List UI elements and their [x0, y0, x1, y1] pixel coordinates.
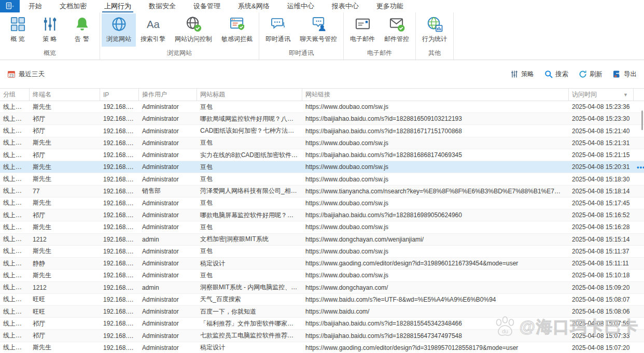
cell-ip: 192.168.2.35 — [100, 188, 139, 195]
ribbon-item[interactable]: 邮件管控 — [380, 13, 414, 47]
cell-group: 线上演示 — [0, 199, 30, 207]
column-header[interactable]: 网站链接 — [302, 89, 569, 101]
cell-site-url: https://baijiahao.baidu.com/s?id=1828816… — [302, 151, 569, 159]
cell-site-url: https://www.dongchayan.com/ — [302, 284, 569, 291]
cell-actions: ••• — [634, 164, 644, 171]
table-row[interactable]: 线上演示1212192.168.2.26admin文档加密|洞察眼MIT系统ht… — [0, 234, 644, 246]
cell-terminal-name: 1212 — [30, 284, 100, 291]
cell-group: 线上演示 — [0, 247, 30, 256]
ribbon-item[interactable]: 电子邮件 — [345, 13, 380, 47]
column-header-actions — [634, 89, 644, 101]
tab-4[interactable]: 数据安全 — [140, 0, 185, 12]
app-menu-button[interactable] — [0, 0, 20, 12]
cell-terminal-name: 旺旺 — [30, 295, 100, 304]
ribbon-item[interactable]: 网站访问控制 — [170, 13, 217, 47]
table-row[interactable]: 线上演示祁厅192.168.2.11Administrator七款监控员工电脑监… — [0, 330, 644, 342]
cell-user: Administrator — [139, 211, 197, 219]
vertical-scrollbar-thumb[interactable] — [641, 110, 643, 130]
ribbon-item[interactable]: 聊天账号管控 — [295, 13, 342, 47]
search-button[interactable]: 搜索 — [544, 70, 568, 79]
tab-3[interactable]: 上网行为 — [95, 0, 140, 12]
toolbar: 23 最近三天 策略 搜索 刷新 导出 — [0, 60, 644, 88]
column-header-label: 操作用户 — [142, 90, 167, 99]
table-row[interactable]: 线上演示静静192.168.2.15Administrator稿定设计https… — [0, 258, 644, 270]
calendar-icon: 23 — [7, 70, 16, 78]
table-row[interactable]: 线上演示77192.168.2.35销售部菏泽爱网人网络科技有限公司_相关搜索结… — [0, 186, 644, 197]
tab-7[interactable]: 运维中心 — [278, 0, 323, 12]
cell-terminal-name: 斯先生 — [30, 271, 100, 280]
column-header[interactable]: 网站标题 — [197, 89, 302, 101]
cell-user: Administrator — [139, 139, 197, 147]
cell-site-title: 豆包 — [197, 175, 302, 183]
table-row[interactable]: 线上演示斯先生192.168.2.19Administrator豆包https:… — [0, 197, 644, 209]
column-header[interactable]: 访问时间▼ — [569, 89, 634, 101]
table-row[interactable]: 线上演示斯先生192.168.2.19Administrator豆包https:… — [0, 137, 644, 149]
table-row[interactable]: 线上演示斯先生192.168.2.19Administrator豆包https:… — [0, 173, 644, 185]
globe-check-icon — [186, 16, 202, 32]
tab-1[interactable]: 开始 — [20, 0, 51, 12]
date-filter-button[interactable]: 23 最近三天 — [7, 70, 45, 79]
table-row[interactable]: 线上演示1212192.168.2.26admin洞察眼MIT系统 - 内网电脑… — [0, 282, 644, 294]
ribbon-group: 行为统计其他 — [416, 12, 454, 60]
cell-user: Administrator — [139, 128, 197, 135]
cell-visit-time: 2025-04-08 15:15:14 — [569, 236, 634, 243]
tab-8[interactable]: 报表中心 — [323, 0, 368, 12]
ribbon-item-label: 浏览网站 — [106, 35, 131, 44]
table-row[interactable]: 线上演示祁厅192.168.2.11Administrator哪款局域网监控软件… — [0, 113, 644, 125]
table-row[interactable]: 线上演示祁厅192.168.2.11Administrator实力在线的8款CA… — [0, 149, 644, 161]
ribbon-item[interactable]: 敏感词拦截 — [217, 13, 257, 47]
column-header[interactable]: IP — [100, 89, 139, 101]
cell-group: 线上演示 — [0, 211, 30, 220]
cell-user: Administrator — [139, 200, 197, 207]
cell-user: Administrator — [139, 308, 197, 315]
tab-2[interactable]: 文档加密 — [51, 0, 95, 12]
ribbon-item[interactable]: 告 警 — [66, 13, 98, 47]
table-row[interactable]: 线上演示斯先生192.168.2.19Administrator豆包https:… — [0, 246, 644, 258]
cell-site-title: 菏泽爱网人网络科技有限公司_相关搜索结... — [197, 187, 302, 195]
tab-6[interactable]: 系统&网络 — [229, 0, 278, 12]
ribbon-item[interactable]: 策 略 — [34, 13, 66, 47]
ribbon-item[interactable]: 浏览网站 — [102, 13, 136, 47]
table-row[interactable]: 线上演示旺旺192.168.2.18Administrator百度一下，你就知道… — [0, 306, 644, 318]
table-row[interactable]: 线上演示斯先生192.168.2.19Administrator豆包https:… — [0, 270, 644, 281]
column-header[interactable]: 终端名 — [30, 89, 100, 101]
cell-group: 线上演示 — [0, 331, 30, 340]
cell-site-title: 豆包 — [197, 103, 302, 111]
table-row[interactable]: 线上演示祁厅192.168.2.11AdministratorCAD图纸该如何加… — [0, 125, 644, 137]
cell-site-url: https://www.gaoding.com/editor/design?id… — [302, 260, 569, 267]
cell-ip: 192.168.2.26 — [100, 236, 139, 243]
ribbon-item-label: 电子邮件 — [350, 35, 375, 44]
tab-5[interactable]: 设备管理 — [185, 0, 229, 12]
cell-site-title: 洞察眼MIT系统 - 内网电脑监控、上网... — [197, 283, 302, 292]
policy-button[interactable]: 策略 — [510, 70, 534, 79]
table-row[interactable]: 线上演示斯先生192.168.2.19Administrator稿定设计http… — [0, 342, 644, 353]
cell-group: 线上演示 — [0, 138, 30, 147]
cell-visit-time: 2025-04-08 15:11:11 — [569, 260, 634, 267]
ribbon-item[interactable]: 即时通讯 — [261, 13, 295, 47]
column-header-label: 终端名 — [33, 90, 51, 99]
refresh-button[interactable]: 刷新 — [579, 70, 603, 79]
column-header-label: 网站链接 — [305, 90, 330, 99]
row-more-actions-button[interactable]: ••• — [637, 164, 644, 171]
column-header[interactable]: 分组 — [0, 89, 30, 101]
date-filter-label: 最近三天 — [19, 70, 45, 79]
table-row[interactable]: 线上演示旺旺192.168.2.18Administrator天气_百度搜索ht… — [0, 294, 644, 306]
cell-visit-time: 2025-04-08 15:21:15 — [569, 151, 634, 159]
cell-terminal-name: 斯先生 — [30, 175, 100, 183]
table-row[interactable]: 线上演示祁厅192.168.2.11Administrator哪款电脑屏幕监控软… — [0, 209, 644, 221]
cell-visit-time: 2025-04-08 15:07:33 — [569, 332, 634, 340]
ribbon-item[interactable]: Aa搜索引擎 — [136, 13, 170, 47]
export-button[interactable]: 导出 — [613, 70, 637, 79]
cell-site-url: https://www.doubao.com/sw.js — [302, 163, 569, 171]
cell-user: Administrator — [139, 296, 197, 303]
table-row[interactable]: 线上演示斯先生192.168.2.19Administrator豆包https:… — [0, 101, 644, 113]
table-row[interactable]: 线上演示祁厅192.168.2.11Administrator「福利推荐」文件加… — [0, 318, 644, 330]
tab-9[interactable]: 更多功能 — [368, 0, 412, 12]
table-row[interactable]: 线上演示斯先生192.168.2.19Administrator豆包https:… — [0, 221, 644, 233]
table-row[interactable]: 线上演示斯先生192.168.2.19Administrator豆包https:… — [0, 161, 644, 173]
column-header[interactable]: 操作用户 — [139, 89, 197, 101]
ribbon-item[interactable]: 概 览 — [2, 13, 34, 47]
ribbon-item[interactable]: 行为统计 — [417, 13, 452, 47]
globe-chart-icon — [427, 16, 443, 32]
ribbon-item-label: 邮件管控 — [384, 35, 409, 44]
